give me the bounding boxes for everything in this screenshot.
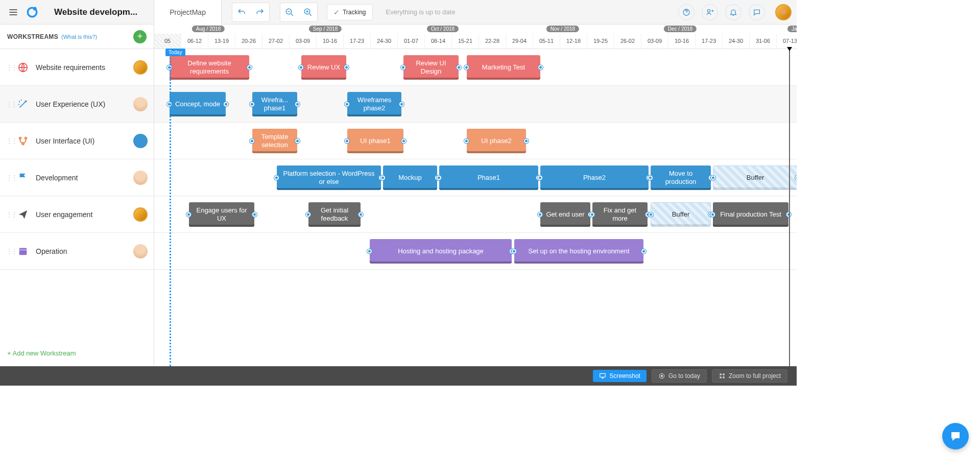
invite-button[interactable] bbox=[702, 4, 718, 20]
menu-button[interactable] bbox=[5, 4, 21, 20]
sidebar-item-1[interactable]: ⋮⋮User Experience (UX) bbox=[0, 86, 154, 123]
screenshot-button[interactable]: Screenshot bbox=[593, 370, 647, 382]
week-column[interactable]: 05-11 bbox=[533, 34, 560, 49]
task-bar[interactable]: Phase1 bbox=[439, 165, 538, 190]
week-column[interactable]: 31-06 bbox=[750, 34, 777, 49]
task-bar[interactable]: Wireframes phase2 bbox=[347, 92, 401, 116]
track-row[interactable]: Concept, modeWirefra... phase1Wireframes… bbox=[154, 86, 797, 123]
task-end-handle[interactable] bbox=[252, 212, 257, 217]
task-start-handle[interactable] bbox=[250, 102, 254, 107]
week-column[interactable]: 26-02 bbox=[614, 34, 641, 49]
messages-button[interactable] bbox=[749, 4, 765, 20]
task-start-handle[interactable] bbox=[648, 176, 653, 180]
task-bar[interactable]: Fix and get more bbox=[592, 202, 648, 227]
week-column[interactable]: 22-28 bbox=[479, 34, 506, 49]
task-bar[interactable]: Engage users for UX bbox=[189, 202, 254, 227]
week-column[interactable]: 01-07 bbox=[398, 34, 425, 49]
week-column[interactable]: 24-30 bbox=[371, 34, 398, 49]
sidebar-item-2[interactable]: ⋮⋮User Interface (UI) bbox=[0, 123, 154, 159]
app-logo[interactable] bbox=[25, 5, 40, 20]
task-start-handle[interactable] bbox=[437, 176, 441, 180]
task-end-handle[interactable] bbox=[247, 65, 252, 70]
task-bar[interactable]: Final production Test bbox=[713, 202, 788, 227]
task-end-handle[interactable] bbox=[538, 65, 543, 70]
undo-button[interactable] bbox=[233, 4, 250, 20]
task-start-handle[interactable] bbox=[186, 212, 191, 217]
task-start-handle[interactable] bbox=[306, 212, 310, 217]
task-end-handle[interactable] bbox=[295, 139, 300, 144]
week-column[interactable]: 24-30 bbox=[723, 34, 750, 49]
task-end-handle[interactable] bbox=[795, 176, 797, 180]
add-workstream-button[interactable]: + bbox=[133, 30, 147, 43]
task-start-handle[interactable] bbox=[380, 176, 385, 180]
drag-handle-icon[interactable]: ⋮⋮ bbox=[6, 64, 10, 71]
week-column[interactable]: 10-16 bbox=[317, 34, 344, 49]
task-end-handle[interactable] bbox=[295, 102, 300, 107]
zoom-full-button[interactable]: Zoom to full project bbox=[712, 369, 787, 383]
drag-handle-icon[interactable]: ⋮⋮ bbox=[6, 174, 10, 181]
week-column[interactable]: 03-09 bbox=[641, 34, 668, 49]
workstream-avatar[interactable] bbox=[133, 207, 148, 222]
drag-handle-icon[interactable]: ⋮⋮ bbox=[6, 137, 10, 145]
add-workstream-link[interactable]: + Add new Workstream bbox=[0, 340, 154, 366]
week-column[interactable]: 15-21 bbox=[452, 34, 479, 49]
week-column[interactable]: 29-04 bbox=[506, 34, 533, 49]
task-start-handle[interactable] bbox=[367, 249, 372, 254]
week-column[interactable]: 27-02 bbox=[262, 34, 290, 49]
task-bar[interactable]: Get initial feedback bbox=[308, 202, 361, 227]
task-bar[interactable]: Move to production bbox=[651, 165, 711, 190]
workstreams-help-link[interactable]: (What is this?) bbox=[61, 34, 97, 40]
task-bar[interactable]: Platform selection - WordPress or else bbox=[277, 165, 381, 190]
week-column[interactable]: 17-23 bbox=[696, 34, 723, 49]
task-bar[interactable]: Hosting and hosting package bbox=[370, 239, 512, 264]
week-column[interactable]: 13-19 bbox=[208, 34, 235, 49]
task-bar[interactable]: Buffer bbox=[651, 202, 711, 227]
task-bar[interactable]: Define website requirements bbox=[170, 55, 249, 80]
week-column[interactable]: 17-23 bbox=[344, 34, 371, 49]
track-row[interactable]: Hosting and hosting packageSet up on the… bbox=[154, 233, 797, 270]
task-bar[interactable]: UI phase2 bbox=[467, 129, 526, 153]
redo-button[interactable] bbox=[252, 4, 268, 20]
sidebar-item-4[interactable]: ⋮⋮User engagement bbox=[0, 196, 154, 233]
help-button[interactable] bbox=[678, 4, 695, 20]
task-end-handle[interactable] bbox=[224, 102, 228, 107]
tracking-button[interactable]: ✓ Tracking bbox=[327, 4, 373, 20]
task-start-handle[interactable] bbox=[401, 65, 405, 70]
go-to-today-button[interactable]: Go to today bbox=[652, 369, 707, 383]
task-bar[interactable]: Review UI Design bbox=[403, 55, 459, 80]
track-row[interactable]: Template selectionUI phase1UI phase2 bbox=[154, 123, 797, 159]
task-bar[interactable]: Review UX bbox=[301, 55, 346, 80]
week-column[interactable]: 08-14 bbox=[425, 34, 452, 49]
workstream-avatar[interactable] bbox=[133, 244, 148, 258]
task-bar[interactable]: Set up on the hosting environment bbox=[514, 239, 643, 264]
week-column[interactable]: 07-13 bbox=[777, 34, 797, 49]
task-bar[interactable]: Wirefra... phase1 bbox=[252, 92, 297, 116]
sidebar-item-3[interactable]: ⋮⋮Development bbox=[0, 159, 154, 196]
task-start-handle[interactable] bbox=[538, 212, 542, 217]
task-start-handle[interactable] bbox=[345, 139, 349, 144]
task-bar[interactable]: Concept, mode bbox=[170, 92, 226, 116]
week-column[interactable]: 20-26 bbox=[235, 34, 262, 49]
task-start-handle[interactable] bbox=[538, 176, 542, 180]
zoom-out-button[interactable] bbox=[281, 4, 298, 20]
timeline[interactable]: Aug / 2018Sep / 2018Oct / 2018Nov / 2018… bbox=[154, 25, 797, 366]
task-end-handle[interactable] bbox=[457, 65, 461, 70]
sidebar-item-0[interactable]: ⋮⋮Website requirements bbox=[0, 49, 154, 86]
workstream-avatar[interactable] bbox=[133, 171, 148, 185]
task-start-handle[interactable] bbox=[345, 102, 349, 107]
task-start-handle[interactable] bbox=[464, 65, 469, 70]
task-start-handle[interactable] bbox=[464, 139, 469, 144]
workstream-avatar[interactable] bbox=[133, 97, 148, 111]
workstream-avatar[interactable] bbox=[133, 134, 148, 148]
task-end-handle[interactable] bbox=[344, 65, 349, 70]
task-bar[interactable]: Template selection bbox=[252, 129, 297, 153]
week-column[interactable]: 03-09 bbox=[290, 34, 317, 49]
user-avatar[interactable] bbox=[775, 4, 792, 20]
task-end-handle[interactable] bbox=[641, 249, 646, 254]
task-bar[interactable]: UI phase1 bbox=[347, 129, 403, 153]
task-end-handle[interactable] bbox=[399, 102, 404, 107]
task-start-handle[interactable] bbox=[299, 65, 303, 70]
task-start-handle[interactable] bbox=[512, 249, 516, 254]
task-start-handle[interactable] bbox=[590, 212, 594, 217]
task-end-handle[interactable] bbox=[524, 139, 529, 144]
